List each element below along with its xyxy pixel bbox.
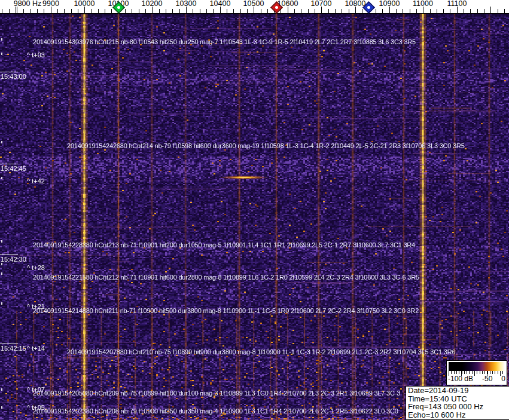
status-info-box: Date=2014-09-19 Time=15:40 UTC Freq=143 … bbox=[406, 386, 509, 420]
freq-label: 10300 bbox=[176, 0, 197, 8]
freq-label: 10900 bbox=[379, 0, 400, 8]
freq-label: 9900 bbox=[42, 0, 59, 8]
color-scale-gradient bbox=[449, 362, 505, 371]
echo-line: Echo=10 600 Hz bbox=[408, 411, 509, 419]
freq-label: 10400 bbox=[210, 0, 231, 8]
freq-label: 10000 bbox=[74, 0, 95, 8]
spectrogram-app-window: 9800 Hz 9900 10000 10100 10200 10300 104… bbox=[0, 0, 509, 420]
color-scale-minor-ticks bbox=[449, 371, 505, 374]
freq-label: 9800 Hz bbox=[14, 0, 42, 8]
color-scale-legend: -100 dB -50 0 bbox=[446, 360, 507, 385]
color-scale-ticks bbox=[449, 371, 505, 376]
spectrogram-waterfall bbox=[0, 13, 509, 420]
freq-label: 11100 bbox=[447, 0, 467, 8]
freq-label: 10200 bbox=[142, 0, 163, 8]
freq-label: 10700 bbox=[311, 0, 332, 8]
freq-label: 10500 bbox=[243, 0, 264, 8]
frequency-line: Freq=143 050 000 Hz bbox=[408, 403, 509, 411]
freq-label: 11000 bbox=[413, 0, 433, 8]
frequency-ruler: 9800 Hz 9900 10000 10100 10200 10300 104… bbox=[0, 0, 509, 14]
date-time-line: Date=2014-09-19 Time=15:40 UTC bbox=[408, 387, 509, 403]
